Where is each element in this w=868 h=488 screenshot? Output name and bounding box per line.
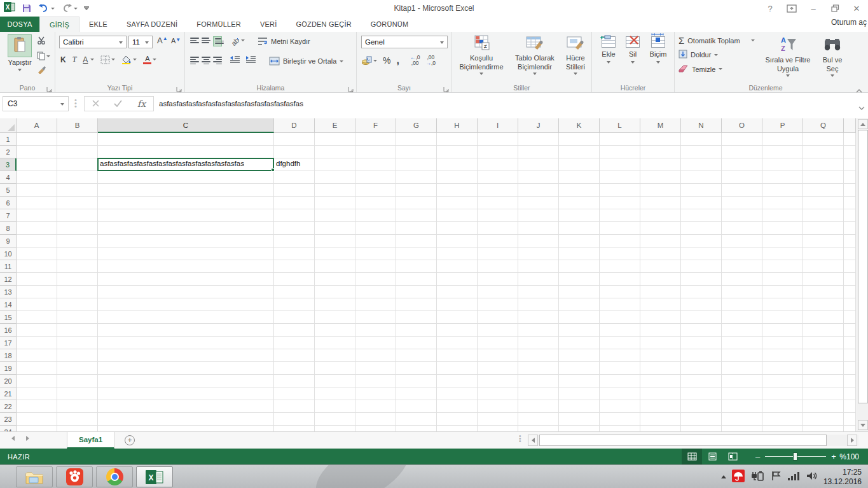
cell-N22[interactable] — [681, 400, 722, 413]
cell-A5[interactable] — [17, 184, 57, 197]
cell-G3[interactable] — [396, 158, 437, 171]
expand-formula-bar-icon[interactable] — [858, 101, 865, 113]
number-format-combo[interactable]: Genel — [361, 36, 448, 48]
cell-O5[interactable] — [722, 184, 762, 197]
row-header-13[interactable]: 13 — [0, 286, 17, 298]
cell-O20[interactable] — [722, 375, 762, 387]
cell-N18[interactable] — [681, 349, 722, 362]
cell-K19[interactable] — [559, 362, 600, 375]
cell-M22[interactable] — [640, 400, 681, 413]
cell-L9[interactable] — [600, 235, 640, 247]
cell-F3[interactable] — [355, 158, 396, 171]
cell-A9[interactable] — [17, 235, 57, 247]
cell-C12[interactable] — [98, 273, 274, 286]
cell-M19[interactable] — [640, 362, 681, 375]
cell-E17[interactable] — [315, 337, 355, 349]
cell-D19[interactable] — [274, 362, 315, 375]
volume-icon[interactable] — [806, 471, 818, 484]
cell-F16[interactable] — [355, 324, 396, 337]
cell-M23[interactable] — [640, 413, 681, 426]
restore-button[interactable] — [826, 1, 844, 15]
bold-button[interactable]: K — [60, 55, 66, 64]
cell-K18[interactable] — [559, 349, 600, 362]
cell-O19[interactable] — [722, 362, 762, 375]
cell-A18[interactable] — [17, 349, 57, 362]
cell-M8[interactable] — [640, 222, 681, 235]
column-header-A[interactable]: A — [17, 118, 57, 133]
sign-in-link[interactable]: Oturum aç — [831, 18, 867, 27]
cell-partial-15[interactable] — [844, 311, 856, 324]
cell-E1[interactable] — [315, 133, 355, 146]
cell-A10[interactable] — [17, 247, 57, 260]
cell-A6[interactable] — [17, 197, 57, 209]
cell-H22[interactable] — [437, 400, 478, 413]
cell-E22[interactable] — [315, 400, 355, 413]
tab-gi̇ri̇ş[interactable]: GİRİŞ — [39, 17, 79, 32]
cell-M2[interactable] — [640, 146, 681, 158]
cell-A1[interactable] — [17, 133, 57, 146]
cell-C20[interactable] — [98, 375, 274, 387]
cell-P24[interactable] — [762, 426, 803, 431]
format-as-table-button[interactable]: Tablo Olarak Biçimlendir — [509, 35, 560, 75]
cell-partial-10[interactable] — [844, 247, 856, 260]
font-name-combo[interactable]: Calibri — [59, 36, 127, 48]
cell-M6[interactable] — [640, 197, 681, 209]
cell-H2[interactable] — [437, 146, 478, 158]
cell-E9[interactable] — [315, 235, 355, 247]
cell-G18[interactable] — [396, 349, 437, 362]
cell-I22[interactable] — [478, 400, 518, 413]
cell-N6[interactable] — [681, 197, 722, 209]
cell-K12[interactable] — [559, 273, 600, 286]
align-top-icon[interactable] — [190, 36, 199, 46]
cell-Q13[interactable] — [803, 286, 844, 298]
column-header-J[interactable]: J — [518, 118, 559, 133]
zoom-in-icon[interactable]: + — [831, 452, 836, 461]
cell-P15[interactable] — [762, 311, 803, 324]
cell-M12[interactable] — [640, 273, 681, 286]
cell-O3[interactable] — [722, 158, 762, 171]
font-size-combo[interactable]: 11 — [128, 36, 153, 48]
font-color-button[interactable]: A — [143, 55, 156, 64]
cell-B19[interactable] — [57, 362, 98, 375]
cell-C19[interactable] — [98, 362, 274, 375]
column-header-N[interactable]: N — [681, 118, 722, 133]
ribbon-display-options-icon[interactable] — [783, 1, 801, 15]
cell-C9[interactable] — [98, 235, 274, 247]
cell-A7[interactable] — [17, 209, 57, 222]
cell-A19[interactable] — [17, 362, 57, 375]
cell-B24[interactable] — [57, 426, 98, 431]
cell-D18[interactable] — [274, 349, 315, 362]
cell-partial-12[interactable] — [844, 273, 856, 286]
cell-M13[interactable] — [640, 286, 681, 298]
delete-cells-button[interactable]: Sil — [623, 36, 643, 64]
cell-C18[interactable] — [98, 349, 274, 362]
row-header-7[interactable]: 7 — [0, 209, 17, 222]
cell-F12[interactable] — [355, 273, 396, 286]
cell-O23[interactable] — [722, 413, 762, 426]
cell-O4[interactable] — [722, 171, 762, 184]
cell-K21[interactable] — [559, 387, 600, 400]
formula-bar-value[interactable]: asfasfasfasfasfasfasfasfasfasfasfasfasfa… — [159, 96, 303, 111]
cell-E24[interactable] — [315, 426, 355, 431]
cell-N13[interactable] — [681, 286, 722, 298]
cell-N17[interactable] — [681, 337, 722, 349]
cell-I2[interactable] — [478, 146, 518, 158]
cell-Q10[interactable] — [803, 247, 844, 260]
zoom-slider[interactable] — [765, 456, 826, 457]
cell-C16[interactable] — [98, 324, 274, 337]
cell-K1[interactable] — [559, 133, 600, 146]
cell-D11[interactable] — [274, 260, 315, 273]
conditional-formatting-button[interactable]: ≠ Koşullu Biçimlendirme — [456, 35, 507, 75]
cell-P5[interactable] — [762, 184, 803, 197]
cell-M20[interactable] — [640, 375, 681, 387]
cell-P16[interactable] — [762, 324, 803, 337]
cell-J13[interactable] — [518, 286, 559, 298]
cell-K4[interactable] — [559, 171, 600, 184]
cell-K6[interactable] — [559, 197, 600, 209]
cell-K2[interactable] — [559, 146, 600, 158]
scroll-left-icon[interactable] — [528, 435, 538, 446]
cell-N2[interactable] — [681, 146, 722, 158]
cell-A15[interactable] — [17, 311, 57, 324]
cell-J22[interactable] — [518, 400, 559, 413]
wrap-text-button[interactable]: Metni Kaydır — [258, 36, 310, 46]
